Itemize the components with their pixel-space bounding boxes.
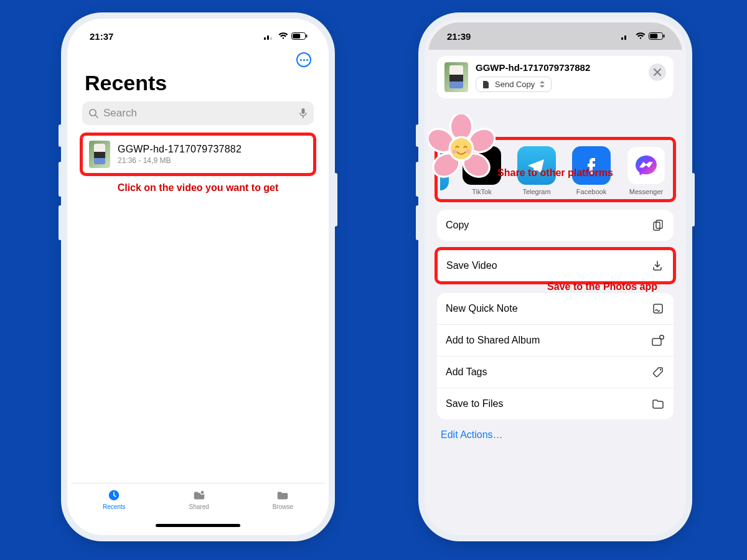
share-label: Telegram xyxy=(522,188,550,195)
side-button xyxy=(59,124,62,147)
side-button xyxy=(334,173,337,226)
action-save-to-files[interactable]: Save to Files xyxy=(437,388,674,419)
svg-point-25 xyxy=(466,149,471,154)
download-icon xyxy=(651,259,664,273)
folder-icon xyxy=(651,397,665,411)
svg-line-8 xyxy=(95,115,98,118)
phone-right: 21:39 GGWP-hd-1717079737882 Send Copy xyxy=(425,19,686,535)
microphone-icon[interactable] xyxy=(299,108,308,119)
file-meta: 21:36 - 14,9 MB xyxy=(118,156,242,165)
telegram-icon xyxy=(517,146,556,185)
svg-rect-27 xyxy=(656,220,662,228)
svg-point-31 xyxy=(660,369,661,370)
action-label: Add Tags xyxy=(446,366,487,378)
tab-shared[interactable]: Shared xyxy=(189,488,209,510)
share-label: Facebook xyxy=(576,188,606,195)
edit-actions-link[interactable]: Edit Actions… xyxy=(428,419,682,441)
annotation-share: Share to other platforms xyxy=(428,167,682,179)
file-name: GGWP-hd-1717079737882 xyxy=(118,144,242,155)
side-button xyxy=(416,205,420,240)
home-indicator[interactable] xyxy=(156,524,240,527)
file-thumbnail xyxy=(89,141,110,168)
action-label: New Quick Note xyxy=(446,303,518,314)
side-button xyxy=(416,162,420,197)
edit-actions-label: Edit Actions… xyxy=(441,429,503,440)
tab-label: Recents xyxy=(103,503,126,510)
svg-rect-9 xyxy=(302,108,305,114)
folder-icon xyxy=(275,488,291,502)
tab-label: Shared xyxy=(189,503,209,510)
status-bar: 21:37 xyxy=(71,22,325,50)
search-placeholder: Search xyxy=(103,107,294,119)
folder-shared-icon xyxy=(191,488,207,502)
status-time: 21:37 xyxy=(90,31,113,42)
svg-rect-26 xyxy=(654,222,660,230)
svg-rect-5 xyxy=(293,34,300,39)
status-time: 21:39 xyxy=(447,31,471,42)
action-list: New Quick Note Add to Shared Album Add T… xyxy=(437,293,674,419)
share-label: Messenger xyxy=(629,188,663,195)
copy-icon xyxy=(651,218,665,232)
page-title: Recents xyxy=(71,67,325,101)
svg-rect-2 xyxy=(270,37,272,40)
tab-recents[interactable]: Recents xyxy=(103,488,126,510)
more-options-button[interactable] xyxy=(296,52,311,67)
action-label: Save Video xyxy=(446,260,497,271)
clock-icon xyxy=(106,488,122,502)
svg-rect-1 xyxy=(267,35,269,40)
close-icon xyxy=(654,68,661,76)
facebook-icon xyxy=(572,146,611,185)
action-label: Copy xyxy=(446,220,469,231)
wifi-icon xyxy=(636,32,646,40)
action-label: Add to Shared Album xyxy=(446,335,540,346)
action-add-tags[interactable]: Add Tags xyxy=(437,356,674,388)
svg-rect-17 xyxy=(664,35,665,38)
annotation-text: Click on the video you want to get xyxy=(71,182,325,194)
tab-browse[interactable]: Browse xyxy=(273,488,293,510)
phone-left: 21:37 Recents Search GGWP-hd-17170797378… xyxy=(67,19,329,535)
send-copy-selector[interactable]: Send Copy xyxy=(476,77,552,92)
svg-rect-0 xyxy=(264,37,266,40)
action-list-top: Copy xyxy=(437,210,674,241)
action-label: Save to Files xyxy=(446,398,503,409)
file-thumbnail xyxy=(444,62,468,92)
share-file-name: GGWP-hd-1717079737882 xyxy=(476,62,666,73)
file-row[interactable]: GGWP-hd-1717079737882 21:36 - 14,9 MB xyxy=(80,133,316,176)
document-icon xyxy=(482,80,490,89)
svg-point-30 xyxy=(660,335,664,339)
side-button xyxy=(691,173,695,226)
tab-label: Browse xyxy=(273,503,293,510)
svg-rect-16 xyxy=(650,34,657,39)
cellular-icon xyxy=(264,32,275,40)
cellular-icon xyxy=(621,32,632,40)
svg-rect-6 xyxy=(306,35,308,38)
tag-icon xyxy=(651,365,665,379)
action-new-quick-note[interactable]: New Quick Note xyxy=(437,293,674,324)
chevron-updown-icon xyxy=(540,81,545,88)
quick-note-icon xyxy=(651,302,665,315)
close-button[interactable] xyxy=(649,63,666,81)
shared-album-icon xyxy=(651,334,665,347)
share-sheet-header: GGWP-hd-1717079737882 Send Copy xyxy=(437,56,674,98)
search-icon xyxy=(88,108,98,118)
svg-point-12 xyxy=(200,490,204,494)
battery-icon xyxy=(649,32,665,40)
send-copy-label: Send Copy xyxy=(495,80,535,89)
battery-icon xyxy=(291,32,308,40)
side-button xyxy=(59,205,62,240)
annotation-save: Save to the Photos app xyxy=(547,281,657,292)
svg-rect-14 xyxy=(624,35,626,40)
status-bar: 21:39 xyxy=(428,22,682,50)
search-input[interactable]: Search xyxy=(82,101,314,125)
side-button xyxy=(416,124,420,147)
svg-rect-13 xyxy=(621,37,623,40)
header-actions xyxy=(71,50,325,67)
action-save-video[interactable]: Save Video xyxy=(438,250,673,281)
wifi-icon xyxy=(278,32,288,40)
svg-point-24 xyxy=(453,149,457,154)
share-label: TikTok xyxy=(472,188,491,195)
side-button xyxy=(59,162,62,197)
svg-rect-29 xyxy=(652,338,661,345)
action-add-shared-album[interactable]: Add to Shared Album xyxy=(437,324,674,356)
action-copy[interactable]: Copy xyxy=(437,210,674,241)
